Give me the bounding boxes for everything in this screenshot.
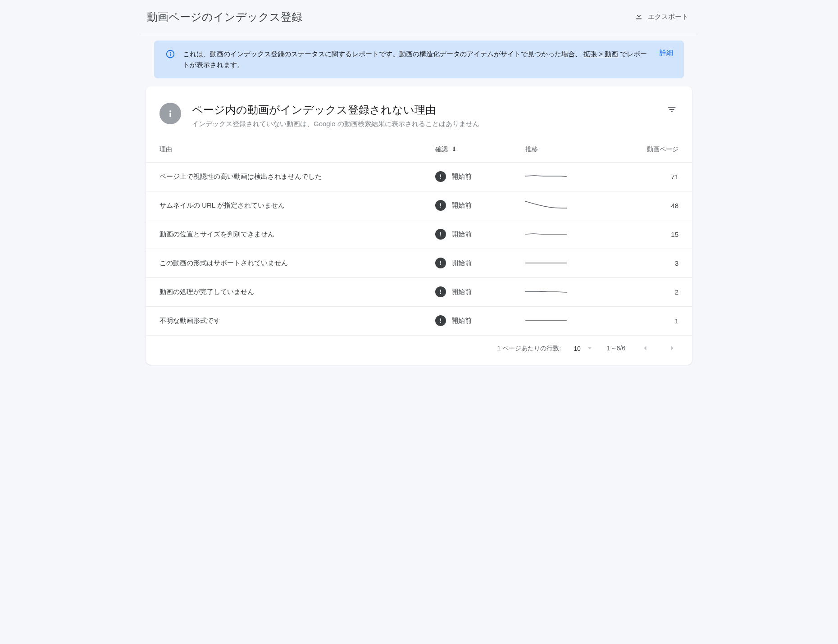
svg-point-12 [440, 264, 441, 265]
cell-status: 開始前 [435, 171, 525, 182]
exclamation-icon [435, 315, 446, 326]
card-subtitle: インデックス登録されていない動画は、Google の動画検索結果に表示されること… [192, 119, 516, 129]
cell-status: 開始前 [435, 200, 525, 211]
info-icon [165, 49, 176, 59]
info-banner: これは、動画のインデックス登録のステータスに関するレポートです。動画の構造化デー… [154, 41, 684, 78]
cell-trend [525, 286, 615, 298]
col-status[interactable]: 確認 [435, 145, 525, 154]
exclamation-icon [435, 258, 446, 268]
next-page-button[interactable] [665, 341, 679, 357]
table-footer: 1 ページあたりの行数: 10 1～6/6 [146, 336, 692, 361]
svg-rect-2 [170, 54, 171, 56]
sparkline-icon [525, 286, 567, 297]
dropdown-icon [585, 344, 594, 354]
prev-page-button[interactable] [638, 341, 652, 357]
svg-point-16 [440, 322, 441, 323]
svg-rect-7 [440, 203, 441, 206]
info-circle-icon [159, 103, 181, 124]
table-row[interactable]: 動画の処理が完了していません開始前2 [146, 278, 692, 307]
cell-trend [525, 228, 615, 240]
cell-reason: 不明な動画形式です [159, 317, 435, 325]
cell-trend [525, 257, 615, 269]
table-row[interactable]: この動画の形式はサポートされていません開始前3 [146, 249, 692, 278]
info-details-link[interactable]: 詳細 [660, 49, 673, 57]
cell-trend [525, 315, 615, 327]
info-banner-link[interactable]: 拡張 > 動画 [583, 50, 618, 58]
col-reason[interactable]: 理由 [159, 145, 435, 154]
status-label: 開始前 [451, 201, 472, 210]
svg-rect-5 [440, 174, 441, 177]
cell-status: 開始前 [435, 286, 525, 297]
status-label: 開始前 [451, 230, 472, 239]
reasons-card: ページ内の動画がインデックス登録されない理由 インデックス登録されていない動画は… [146, 86, 692, 365]
page-title: 動画ページのインデックス登録 [147, 10, 302, 24]
table-row[interactable]: 動画の位置とサイズを判別できません開始前15 [146, 220, 692, 249]
sparkline-icon [525, 228, 567, 239]
rows-per-page-select[interactable]: 10 [574, 344, 594, 354]
table-row[interactable]: サムネイルの URL が指定されていません開始前48 [146, 191, 692, 220]
card-header: ページ内の動画がインデックス登録されない理由 インデックス登録されていない動画は… [146, 86, 692, 137]
svg-rect-4 [169, 113, 171, 117]
exclamation-icon [435, 229, 446, 240]
svg-point-6 [440, 178, 441, 179]
cell-reason: 動画の位置とサイズを判別できません [159, 230, 435, 239]
sparkline-icon [525, 257, 567, 268]
cell-reason: ページ上で視認性の高い動画は検出されませんでした [159, 172, 435, 181]
export-button[interactable]: エクスポート [632, 8, 691, 26]
sparkline-icon [525, 171, 567, 181]
cell-pages: 3 [615, 259, 679, 267]
cell-pages: 48 [615, 202, 679, 209]
rows-per-page-value: 10 [574, 345, 581, 352]
arrow-down-icon [451, 145, 458, 154]
cell-reason: この動画の形式はサポートされていません [159, 259, 435, 268]
svg-rect-11 [440, 261, 441, 263]
svg-point-10 [440, 236, 441, 236]
col-trend[interactable]: 推移 [525, 145, 615, 154]
exclamation-icon [435, 286, 446, 297]
table-row[interactable]: ページ上で視認性の高い動画は検出されませんでした開始前71 [146, 163, 692, 191]
svg-point-14 [440, 293, 441, 294]
svg-point-1 [170, 52, 171, 53]
page-header: 動画ページのインデックス登録 エクスポート [140, 0, 698, 34]
export-label: エクスポート [648, 13, 688, 21]
sparkline-icon [525, 315, 567, 326]
status-label: 開始前 [451, 172, 472, 181]
download-icon [634, 12, 643, 22]
table-row[interactable]: 不明な動画形式です開始前1 [146, 307, 692, 336]
exclamation-icon [435, 171, 446, 182]
cell-reason: サムネイルの URL が指定されていません [159, 201, 435, 210]
status-label: 開始前 [451, 288, 472, 296]
svg-rect-15 [440, 318, 441, 321]
info-banner-text: これは、動画のインデックス登録のステータスに関するレポートです。動画の構造化デー… [183, 49, 652, 70]
table-header: 理由 確認 推移 動画ページ [146, 137, 692, 163]
cell-trend [525, 200, 615, 212]
cell-reason: 動画の処理が完了していません [159, 288, 435, 296]
svg-point-8 [440, 207, 441, 208]
status-label: 開始前 [451, 317, 472, 325]
svg-point-3 [169, 110, 171, 112]
status-label: 開始前 [451, 259, 472, 268]
pagination-range: 1～6/6 [607, 345, 625, 353]
cell-pages: 71 [615, 173, 679, 181]
filter-button[interactable] [665, 103, 679, 118]
exclamation-icon [435, 200, 446, 211]
cell-status: 開始前 [435, 229, 525, 240]
rows-per-page-label: 1 ページあたりの行数: [497, 345, 561, 353]
svg-rect-9 [440, 232, 441, 235]
sparkline-icon [525, 200, 567, 210]
cell-trend [525, 171, 615, 183]
col-pages[interactable]: 動画ページ [615, 145, 679, 154]
info-text-a: これは、動画のインデックス登録のステータスに関するレポートです。動画の構造化デー… [183, 50, 582, 58]
cell-status: 開始前 [435, 315, 525, 326]
cell-status: 開始前 [435, 258, 525, 268]
cell-pages: 1 [615, 317, 679, 325]
svg-rect-13 [440, 290, 441, 292]
cell-pages: 2 [615, 288, 679, 296]
card-title: ページ内の動画がインデックス登録されない理由 [192, 103, 654, 117]
col-status-label: 確認 [435, 145, 448, 154]
cell-pages: 15 [615, 231, 679, 238]
